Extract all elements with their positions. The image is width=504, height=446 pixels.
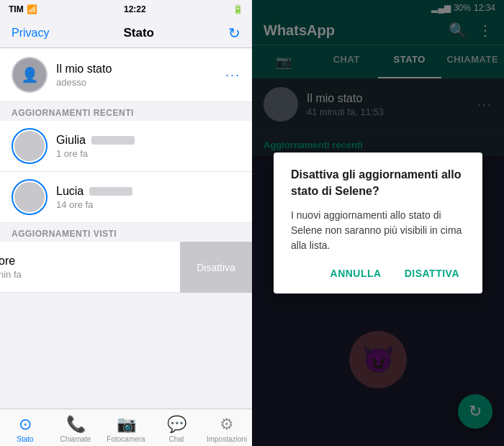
lucia-time: 14 ore fa [56, 199, 240, 210]
contact-item-giulia[interactable]: Giulia 1 ore fa [0, 121, 252, 172]
tab-fotocamera[interactable]: 📷 Fotocamera [101, 415, 151, 443]
cancel-button[interactable]: ANNULLA [325, 265, 387, 282]
dialog-message: I nuovi aggiornamenti allo stato di Sele… [291, 208, 465, 253]
back-button[interactable]: Privacy [12, 27, 49, 40]
seen-contact-content: ore nin fa [0, 242, 194, 293]
seen-info: ore nin fa [0, 255, 183, 280]
my-status-info: Il mio stato adesso [56, 63, 217, 88]
impostazioni-tab-icon: ⚙ [220, 415, 234, 434]
impostazioni-tab-label: Impostazioni [207, 435, 247, 443]
ios-time: 12:22 [124, 4, 146, 14]
battery-icon: 🔋 [233, 4, 243, 14]
ios-status-bar: TIM 📶 12:22 🔋 [0, 0, 252, 19]
disattiva-button[interactable]: Disattiva [180, 242, 252, 293]
giulia-info: Giulia 1 ore fa [56, 134, 240, 159]
seen-updates-header: AGGIORNAMENTI VISTI [0, 223, 252, 242]
seen-contact-row[interactable]: ore nin fa Disattiva [0, 242, 252, 293]
giulia-time: 1 ore fa [56, 148, 240, 159]
stato-tab-label: Stato [17, 435, 33, 443]
ios-tab-bar: ⊙ Stato 📞 Chiamate 📷 Fotocamera 💬 Chat ⚙… [0, 409, 252, 446]
dialog-overlay: Disattiva gli aggiornamenti allo stato d… [252, 0, 504, 446]
ios-nav-bar: Privacy Stato ↻ [0, 19, 252, 48]
my-status-time: adesso [56, 77, 217, 88]
tab-chat[interactable]: 💬 Chat [151, 415, 202, 443]
right-panel: ▂▄▆ 30% 12:34 WhatsApp 🔍 ⋮ 📷 CHAT STATO … [252, 0, 504, 446]
tab-stato[interactable]: ⊙ Stato [0, 415, 50, 443]
lucia-avatar-inner [14, 182, 45, 212]
giulia-avatar [12, 128, 48, 164]
fotocamera-tab-icon: 📷 [117, 415, 136, 434]
recent-updates-header: AGGIORNAMENTI RECENTI [0, 102, 252, 121]
confirm-disattiva-button[interactable]: DISATTIVA [399, 265, 465, 282]
stato-tab-icon: ⊙ [19, 415, 32, 434]
giulia-name: Giulia [56, 134, 86, 147]
dialog-title: Disattiva gli aggiornamenti allo stato d… [291, 167, 465, 199]
lucia-avatar [12, 179, 48, 215]
my-status-avatar: 👤 [12, 57, 48, 93]
giulia-preview [91, 136, 135, 145]
chiamate-tab-label: Chiamate [60, 435, 91, 443]
lucia-info: Lucia 14 ore fa [56, 185, 240, 210]
seen-time: nin fa [0, 269, 183, 280]
carrier-label: TIM [9, 4, 24, 14]
my-status-row[interactable]: 👤 Il mio stato adesso ··· [0, 48, 252, 102]
contact-item-lucia[interactable]: Lucia 14 ore fa [0, 172, 252, 223]
giulia-avatar-inner [14, 131, 45, 161]
wifi-icon: 📶 [27, 4, 37, 14]
left-panel: TIM 📶 12:22 🔋 Privacy Stato ↻ 👤 Il mio s… [0, 0, 252, 446]
my-status-avatar-inner: 👤 [13, 58, 46, 91]
nav-title: Stato [123, 26, 154, 40]
lucia-preview [89, 187, 132, 196]
ios-status-left: TIM 📶 [9, 4, 37, 14]
chat-tab-label: Chat [168, 435, 184, 443]
tab-impostazioni[interactable]: ⚙ Impostazioni [202, 415, 252, 443]
my-status-more-button[interactable]: ··· [225, 68, 240, 83]
tab-chiamate[interactable]: 📞 Chiamate [50, 415, 101, 443]
dialog-box: Disattiva gli aggiornamenti allo stato d… [274, 153, 482, 293]
lucia-name: Lucia [56, 185, 84, 198]
chiamate-tab-icon: 📞 [66, 415, 86, 434]
ios-status-right: 🔋 [233, 4, 243, 14]
refresh-button[interactable]: ↻ [228, 24, 240, 42]
fotocamera-tab-label: Fotocamera [107, 435, 145, 443]
my-status-name: Il mio stato [56, 63, 217, 76]
chat-tab-icon: 💬 [167, 415, 186, 434]
seen-name: ore [0, 255, 183, 268]
dialog-actions: ANNULLA DISATTIVA [291, 265, 465, 282]
